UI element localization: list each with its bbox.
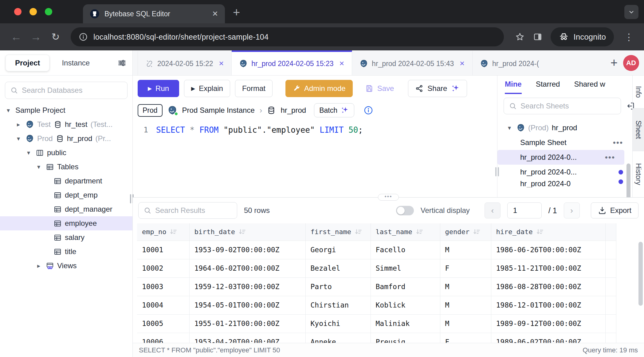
column-header-hire_date[interactable]: hire_date bbox=[491, 223, 605, 241]
tab-instance[interactable]: Instance bbox=[53, 55, 99, 71]
search-databases-input[interactable] bbox=[5, 82, 128, 99]
table-cell[interactable]: Kyoichi bbox=[305, 314, 371, 333]
tree-item-dept-emp[interactable]: dept_emp bbox=[0, 188, 132, 202]
table-cell[interactable]: Chirstian bbox=[305, 296, 371, 314]
table-cell[interactable]: 1989-09-12T00:00:00Z bbox=[491, 314, 605, 333]
column-header-emp_no[interactable]: emp_no bbox=[137, 223, 189, 241]
bookmark-star-icon[interactable] bbox=[515, 32, 525, 42]
side-panel-icon[interactable] bbox=[533, 32, 543, 42]
address-bar[interactable]: localhost:8080/sql-editor/sheet/project-… bbox=[71, 27, 504, 46]
browser-tab[interactable]: Bytebase SQL Editor ✕ bbox=[83, 4, 225, 23]
sheets-tab-shared-w[interactable]: Shared w bbox=[574, 76, 605, 94]
tree-item-sample-project[interactable]: ▾Sample Project bbox=[0, 103, 132, 117]
sheets-tab-starred[interactable]: Starred bbox=[536, 76, 560, 94]
chevron-down-icon[interactable]: ▾ bbox=[25, 149, 33, 156]
avatar[interactable]: AD bbox=[623, 55, 639, 71]
export-button[interactable]: Export bbox=[591, 202, 638, 218]
page-input[interactable] bbox=[507, 202, 542, 218]
column-header-last_name[interactable]: last_name bbox=[371, 223, 440, 241]
column-header-gender[interactable]: gender bbox=[440, 223, 491, 241]
table-cell[interactable]: 1989-06-02T00:00:00Z bbox=[491, 333, 605, 343]
sql-editor[interactable]: 1 SELECT * FROM "public"."employee" LIMI… bbox=[133, 121, 497, 197]
table-cell[interactable]: 1985-11-21T00:00:00Z bbox=[491, 259, 605, 277]
editor-tab-1[interactable]: 2024-02-05 15:22✕ bbox=[138, 50, 232, 75]
table-cell[interactable]: 1959-12-03T00:00:00Z bbox=[189, 277, 305, 296]
browser-menu-icon[interactable]: ⋮ bbox=[622, 32, 636, 42]
table-cell[interactable]: M bbox=[440, 314, 491, 333]
close-icon[interactable]: ✕ bbox=[219, 60, 224, 67]
chevron-down-icon[interactable]: ▾ bbox=[35, 163, 43, 171]
tree-item-tables[interactable]: ▾Tables bbox=[0, 160, 132, 174]
table-cell[interactable]: 1955-01-21T00:00:00Z bbox=[189, 314, 305, 333]
format-button[interactable]: Format bbox=[235, 80, 273, 97]
side-tab-history[interactable]: History bbox=[633, 151, 644, 197]
table-cell[interactable]: Simmel bbox=[371, 259, 440, 277]
table-cell[interactable]: 1986-12-01T00:00:00Z bbox=[491, 296, 605, 314]
side-tab-sheet[interactable]: Sheet bbox=[633, 108, 644, 151]
site-info-icon[interactable] bbox=[79, 32, 88, 41]
editor-tab-4[interactable]: hr_prod 2024-( bbox=[473, 50, 557, 75]
table-cell[interactable]: Anneke bbox=[305, 333, 371, 343]
table-cell[interactable]: 1954-05-01T00:00:00Z bbox=[189, 296, 305, 314]
table-cell[interactable]: 10006 bbox=[137, 333, 189, 343]
more-menu-icon[interactable]: ••• bbox=[605, 153, 615, 162]
tree-item-dept-manager[interactable]: dept_manager bbox=[0, 202, 132, 216]
table-cell[interactable]: 1986-06-26T00:00:00Z bbox=[491, 241, 605, 259]
window-zoom-button[interactable] bbox=[45, 8, 52, 15]
column-header-birth_date[interactable]: birth_date bbox=[189, 223, 305, 241]
prev-page-button[interactable]: ‹ bbox=[485, 202, 501, 218]
table-cell[interactable]: F bbox=[440, 259, 491, 277]
admin-mode-button[interactable]: Admin mode bbox=[285, 80, 353, 97]
instance-name[interactable]: Prod Sample Instance bbox=[182, 106, 255, 115]
run-button[interactable]: ▶Run bbox=[138, 80, 179, 97]
table-cell[interactable]: M bbox=[440, 296, 491, 314]
sheet-item[interactable]: hr_prod 2024-0... bbox=[497, 165, 632, 179]
batch-button[interactable]: Batch bbox=[314, 103, 354, 117]
sheet-group[interactable]: ▾(Prod)hr_prod bbox=[497, 120, 632, 135]
table-cell[interactable]: Georgi bbox=[305, 241, 371, 259]
chevron-down-icon[interactable]: ▾ bbox=[505, 124, 513, 131]
table-cell[interactable]: Facello bbox=[371, 241, 440, 259]
side-tab-info[interactable]: Info bbox=[633, 76, 644, 108]
editor-tab-2[interactable]: hr_prod 2024-02-05 15:23✕ bbox=[232, 50, 352, 75]
table-cell[interactable]: 1953-04-20T00:00:00Z bbox=[189, 333, 305, 343]
table-cell[interactable]: 1964-06-02T00:00:00Z bbox=[189, 259, 305, 277]
share-button[interactable]: Share bbox=[408, 80, 467, 97]
sheet-item[interactable]: hr_prod 2024-0...••• bbox=[497, 150, 624, 165]
database-name[interactable]: hr_prod bbox=[281, 106, 306, 115]
chevron-down-icon[interactable]: ▾ bbox=[14, 135, 22, 142]
table-cell[interactable]: Bezalel bbox=[305, 259, 371, 277]
vertical-display-toggle[interactable] bbox=[396, 206, 414, 215]
filter-settings-icon[interactable] bbox=[117, 58, 127, 68]
tree-item-title[interactable]: title bbox=[0, 245, 132, 259]
browser-tab-close-icon[interactable]: ✕ bbox=[212, 10, 218, 18]
table-cell[interactable]: 10002 bbox=[137, 259, 189, 277]
search-results-input[interactable] bbox=[138, 202, 237, 219]
table-cell[interactable]: 10004 bbox=[137, 296, 189, 314]
tree-item-views[interactable]: ▸Views bbox=[0, 259, 132, 273]
search-sheets-input[interactable] bbox=[504, 98, 621, 114]
explain-button[interactable]: ▶Explain bbox=[184, 80, 230, 97]
tree-item-hr-prod[interactable]: ▾Prodhr_prod(Pr... bbox=[0, 131, 132, 146]
tree-item-employee[interactable]: employee bbox=[0, 216, 132, 230]
tree-item-public[interactable]: ▾public bbox=[0, 146, 132, 160]
tab-project[interactable]: Project bbox=[6, 55, 49, 71]
table-cell[interactable]: M bbox=[440, 277, 491, 296]
tree-item-salary[interactable]: salary bbox=[0, 230, 132, 245]
editor-tab-3[interactable]: hr_prod 2024-02-05 15:43✕ bbox=[352, 50, 473, 75]
sheet-item[interactable]: hr_prod 2024-0 bbox=[497, 179, 632, 187]
sheets-tab-mine[interactable]: Mine bbox=[505, 76, 522, 94]
table-cell[interactable]: M bbox=[440, 241, 491, 259]
close-icon[interactable]: ✕ bbox=[459, 60, 465, 67]
results-scrollbar[interactable] bbox=[638, 242, 643, 306]
table-cell[interactable]: 10003 bbox=[137, 277, 189, 296]
table-cell[interactable]: Bamford bbox=[371, 277, 440, 296]
info-icon[interactable] bbox=[363, 105, 373, 115]
tree-item-department[interactable]: department bbox=[0, 174, 132, 188]
more-menu-icon[interactable]: ••• bbox=[613, 138, 623, 147]
table-cell[interactable]: F bbox=[440, 333, 491, 343]
table-cell[interactable]: Koblick bbox=[371, 296, 440, 314]
sheet-list-scrollbar[interactable] bbox=[626, 163, 630, 197]
new-browser-tab-button[interactable]: + bbox=[233, 4, 240, 20]
table-cell[interactable]: 1953-09-02T00:00:00Z bbox=[189, 241, 305, 259]
